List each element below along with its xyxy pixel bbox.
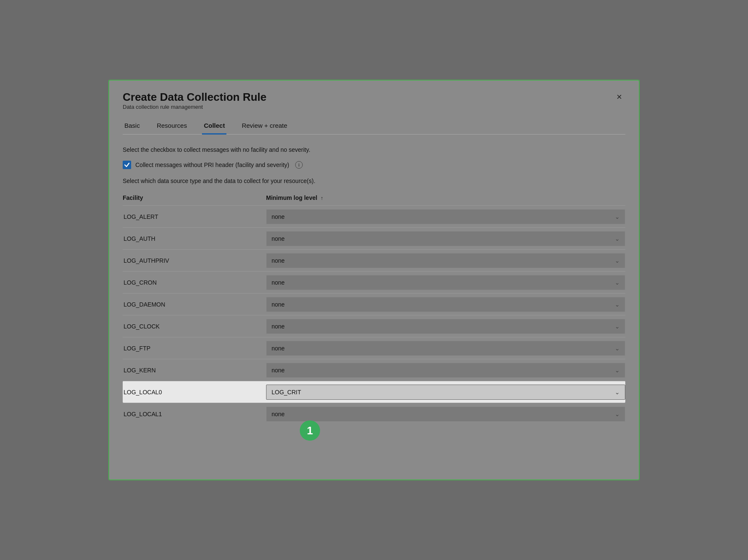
description-2: Select which data source type and the da…: [123, 178, 625, 184]
facility-name: LOG_DAEMON: [123, 301, 266, 308]
facility-table: LOG_ALERT none ⌄ LOG_AUTH none ⌄ LOG_AUT…: [123, 205, 625, 425]
facility-name: LOG_AUTHPRIV: [123, 257, 266, 264]
dropdown-value: none: [272, 257, 285, 264]
pri-header-checkbox[interactable]: [123, 161, 131, 169]
table-row: LOG_AUTH none ⌄: [123, 227, 625, 249]
log-level-dropdown[interactable]: LOG_CRIT ⌄: [266, 385, 625, 400]
dialog-title-area: Create Data Collection Rule Data collect…: [123, 91, 266, 117]
tab-basic[interactable]: Basic: [123, 118, 142, 135]
dropdown-value: none: [272, 367, 285, 374]
log-level-dropdown[interactable]: none ⌄: [266, 341, 625, 356]
facility-name: LOG_LOCAL1: [123, 411, 266, 417]
tab-collect[interactable]: Collect: [202, 118, 226, 135]
chevron-down-icon: ⌄: [615, 345, 620, 352]
dropdown-value: none: [272, 235, 285, 242]
th-facility: Facility: [123, 194, 266, 201]
facility-name: LOG_FTP: [123, 345, 266, 352]
chevron-down-icon: ⌄: [615, 411, 620, 417]
chevron-down-icon: ⌄: [615, 301, 620, 308]
info-icon[interactable]: i: [295, 161, 303, 169]
log-level-dropdown[interactable]: none ⌄: [266, 297, 625, 312]
close-button[interactable]: ×: [613, 91, 625, 103]
log-level-dropdown[interactable]: none ⌄: [266, 319, 625, 334]
table-row: LOG_KERN none ⌄: [123, 359, 625, 381]
log-level-dropdown[interactable]: none ⌄: [266, 231, 625, 246]
dialog-header: Create Data Collection Rule Data collect…: [123, 91, 625, 117]
facility-name: LOG_AUTH: [123, 235, 266, 242]
chevron-down-icon: ⌄: [615, 367, 620, 374]
facility-name: LOG_CRON: [123, 279, 266, 286]
table-row: LOG_CLOCK none ⌄: [123, 315, 625, 337]
log-level-dropdown[interactable]: none ⌄: [266, 363, 625, 378]
log-level-dropdown[interactable]: none ⌄: [266, 275, 625, 290]
checkbox-label: Collect messages without PRI header (fac…: [135, 162, 289, 168]
chevron-down-icon: ⌄: [615, 389, 620, 396]
checkbox-row: Collect messages without PRI header (fac…: [123, 161, 625, 169]
step-badge: 1: [300, 420, 320, 441]
table-header: Facility Minimum log level ↑: [123, 192, 625, 204]
chevron-down-icon: ⌄: [615, 257, 620, 264]
table-row: LOG_FTP none ⌄: [123, 337, 625, 359]
table-row: LOG_ALERT none ⌄: [123, 205, 625, 227]
description-1: Select the checkbox to collect messages …: [123, 146, 625, 153]
table-row-highlighted: LOG_LOCAL0 LOG_CRIT ⌄: [123, 381, 625, 403]
log-level-dropdown[interactable]: none ⌄: [266, 407, 625, 422]
dropdown-value: none: [272, 411, 285, 417]
tab-resources[interactable]: Resources: [155, 118, 189, 135]
dropdown-value: none: [272, 323, 285, 330]
chevron-down-icon: ⌄: [615, 235, 620, 242]
facility-name: LOG_KERN: [123, 367, 266, 374]
dialog-title: Create Data Collection Rule: [123, 91, 266, 104]
table-row: LOG_DAEMON none ⌄: [123, 293, 625, 315]
sort-arrow-icon[interactable]: ↑: [320, 195, 323, 201]
th-log-level: Minimum log level ↑: [266, 194, 625, 201]
dropdown-value: none: [272, 279, 285, 286]
table-row: LOG_CRON none ⌄: [123, 271, 625, 293]
log-level-dropdown[interactable]: none ⌄: [266, 253, 625, 268]
create-rule-dialog: Create Data Collection Rule Data collect…: [108, 80, 640, 480]
dropdown-value: none: [272, 345, 285, 352]
table-row: LOG_LOCAL1 none ⌄: [123, 403, 625, 425]
dropdown-value: none: [272, 213, 285, 220]
chevron-down-icon: ⌄: [615, 323, 620, 330]
facility-name: LOG_CLOCK: [123, 323, 266, 330]
chevron-down-icon: ⌄: [615, 213, 620, 220]
tab-review[interactable]: Review + create: [240, 118, 289, 135]
dropdown-value: LOG_CRIT: [272, 389, 301, 396]
dropdown-value: none: [272, 301, 285, 308]
facility-name: LOG_LOCAL0: [123, 389, 266, 396]
dialog-subtitle: Data collection rule management: [123, 104, 266, 110]
chevron-down-icon: ⌄: [615, 279, 620, 286]
log-level-dropdown[interactable]: none ⌄: [266, 209, 625, 224]
facility-name: LOG_ALERT: [123, 213, 266, 220]
table-row: LOG_AUTHPRIV none ⌄: [123, 249, 625, 271]
tab-bar: Basic Resources Collect Review + create: [123, 118, 625, 135]
